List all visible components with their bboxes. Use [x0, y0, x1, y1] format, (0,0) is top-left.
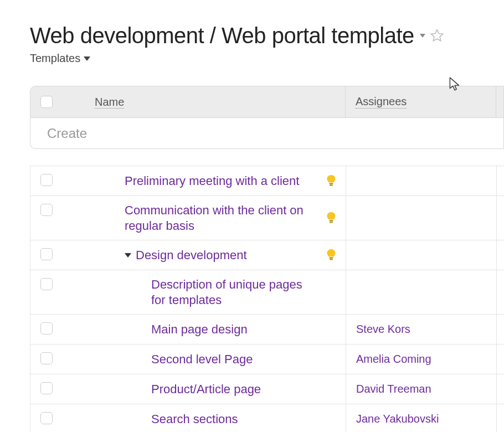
row-checkbox[interactable]	[40, 382, 53, 394]
row-checkbox[interactable]	[40, 248, 53, 260]
table-row: Second level PageAmelia Coming	[30, 344, 504, 374]
row-checkbox[interactable]	[40, 322, 53, 335]
assignee-name: Amelia Coming	[356, 353, 431, 366]
svg-rect-3	[330, 222, 333, 223]
table-row: Product/Article pageDavid Treeman	[30, 374, 504, 404]
extra-cell	[496, 270, 504, 314]
table-row: Search sectionsJane Yakubovski	[30, 404, 504, 432]
templates-dropdown[interactable]: Templates	[30, 52, 90, 65]
lightbulb-icon[interactable]	[321, 174, 341, 188]
row-checkbox[interactable]	[40, 204, 53, 216]
svg-rect-0	[330, 183, 333, 184]
assignee-cell[interactable]	[346, 196, 496, 240]
extra-cell	[496, 166, 504, 196]
assignee-name: David Treeman	[356, 383, 431, 395]
table-row: Preliminary meeting with a client	[30, 166, 504, 196]
assignee-cell[interactable]	[346, 270, 496, 314]
task-name[interactable]: Communication with the client on regular…	[125, 203, 304, 233]
extra-cell	[496, 315, 504, 344]
assignee-cell[interactable]: Steve Kors	[346, 315, 496, 344]
table-row: Communication with the client on regular…	[30, 196, 504, 240]
lightbulb-icon[interactable]	[321, 249, 341, 262]
svg-rect-4	[330, 257, 333, 258]
assignee-name: Jane Yakubovski	[356, 413, 439, 425]
assignee-name: Steve Kors	[356, 323, 410, 336]
breadcrumb-current[interactable]: Web portal template	[222, 23, 414, 48]
svg-rect-5	[330, 259, 333, 260]
svg-rect-2	[330, 220, 333, 221]
row-checkbox[interactable]	[40, 174, 53, 186]
assignee-cell[interactable]: David Treeman	[346, 374, 496, 404]
column-header-name[interactable]: Name	[95, 96, 124, 109]
chevron-down-icon	[84, 56, 90, 61]
row-checkbox[interactable]	[40, 352, 53, 364]
task-name[interactable]: Design development	[136, 248, 247, 262]
row-checkbox[interactable]	[40, 278, 53, 290]
column-header-extra	[496, 86, 503, 117]
page-title: Web development / Web portal template	[30, 23, 504, 48]
create-input[interactable]	[46, 125, 503, 142]
assignee-cell[interactable]	[346, 240, 496, 270]
assignee-cell[interactable]: Jane Yakubovski	[346, 404, 496, 432]
breadcrumb-separator: /	[204, 23, 222, 48]
table-row: Main page designSteve Kors	[30, 315, 504, 344]
title-dropdown-caret-icon[interactable]	[420, 34, 425, 38]
task-name[interactable]: Main page design	[151, 322, 248, 336]
task-name[interactable]: Product/Article page	[151, 382, 261, 396]
extra-cell	[496, 374, 504, 404]
column-header-assignees[interactable]: Assignees	[356, 95, 407, 109]
extra-cell	[496, 240, 504, 270]
table-row: Design development	[30, 240, 504, 270]
templates-dropdown-label: Templates	[30, 52, 80, 65]
task-name[interactable]: Description of unique pages for template…	[151, 277, 302, 307]
task-name[interactable]: Preliminary meeting with a client	[125, 174, 299, 188]
breadcrumb-parent[interactable]: Web development	[30, 23, 204, 48]
table-header: Name Assignees	[30, 86, 504, 118]
table-row: Description of unique pages for template…	[30, 270, 504, 315]
task-name[interactable]: Search sections	[151, 412, 238, 426]
extra-cell	[496, 344, 504, 374]
favorite-star-icon[interactable]	[430, 28, 444, 43]
row-checkbox[interactable]	[40, 412, 53, 424]
assignee-cell[interactable]: Amelia Coming	[346, 344, 496, 374]
expand-caret-icon[interactable]	[125, 253, 131, 258]
svg-rect-1	[330, 184, 333, 186]
task-name[interactable]: Second level Page	[151, 352, 253, 366]
select-all-checkbox[interactable]	[40, 96, 53, 108]
lightbulb-icon[interactable]	[321, 212, 341, 225]
extra-cell	[496, 196, 504, 240]
extra-cell	[496, 404, 504, 432]
assignee-cell[interactable]	[346, 166, 496, 196]
create-row[interactable]	[30, 118, 504, 149]
